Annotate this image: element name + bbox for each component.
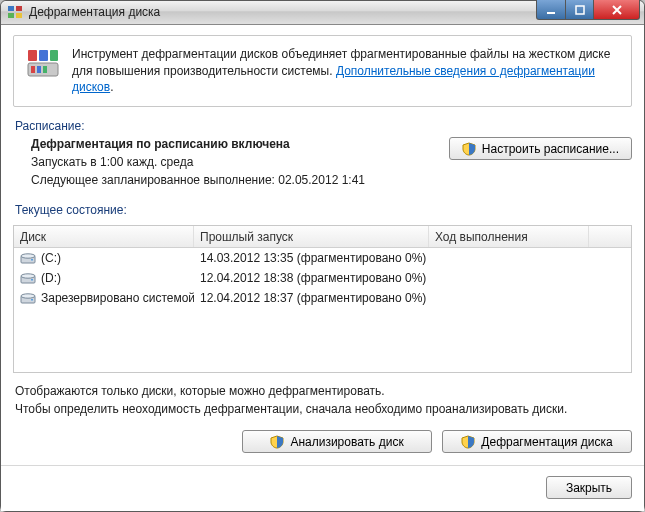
col-progress[interactable]: Ход выполнения xyxy=(429,226,589,247)
svg-rect-18 xyxy=(31,279,33,281)
schedule-run-at: Запускать в 1:00 кажд. среда xyxy=(31,155,441,169)
configure-schedule-label: Настроить расписание... xyxy=(482,142,619,156)
col-disk[interactable]: Диск xyxy=(14,226,194,247)
listview-header: Диск Прошлый запуск Ход выполнения xyxy=(14,226,631,248)
svg-point-17 xyxy=(21,274,35,278)
svg-rect-21 xyxy=(31,299,33,301)
defrag-icon xyxy=(26,46,60,80)
current-section-label: Текущее состояние: xyxy=(15,203,632,217)
hint-text: Отображаются только диски, которые можно… xyxy=(13,383,632,418)
app-icon xyxy=(7,4,23,20)
close-button-label: Закрыть xyxy=(566,481,612,495)
disk-name: (C:) xyxy=(41,251,61,265)
disk-name: Зарезервировано системой xyxy=(41,291,194,305)
client-area: Инструмент дефрагментации дисков объедин… xyxy=(1,25,644,511)
svg-rect-2 xyxy=(8,13,14,18)
configure-schedule-button[interactable]: Настроить расписание... xyxy=(449,137,632,160)
disk-last-run: 12.04.2012 18:37 (фрагментировано 0%) xyxy=(194,291,429,305)
hint-line-1: Отображаются только диски, которые можно… xyxy=(15,383,632,400)
window-title: Дефрагментация диска xyxy=(29,5,160,19)
schedule-next-run: Следующее запланированное выполнение: 02… xyxy=(31,173,441,187)
svg-rect-5 xyxy=(576,6,584,14)
disk-name: (D:) xyxy=(41,271,61,285)
analyze-disk-button[interactable]: Анализировать диск xyxy=(242,430,432,453)
disk-listview[interactable]: Диск Прошлый запуск Ход выполнения (C:) … xyxy=(13,225,632,373)
drive-icon xyxy=(20,291,36,305)
divider xyxy=(1,465,644,466)
svg-rect-12 xyxy=(43,66,47,73)
info-panel: Инструмент дефрагментации дисков объедин… xyxy=(13,35,632,107)
maximize-button[interactable] xyxy=(566,0,594,20)
svg-rect-7 xyxy=(39,50,48,61)
shield-icon xyxy=(461,435,475,449)
svg-rect-8 xyxy=(50,50,58,61)
svg-point-14 xyxy=(21,254,35,258)
svg-rect-0 xyxy=(8,6,14,11)
svg-rect-10 xyxy=(31,66,35,73)
close-button[interactable]: Закрыть xyxy=(546,476,632,499)
svg-rect-6 xyxy=(28,50,37,61)
col-spacer xyxy=(589,226,631,247)
table-row[interactable]: (C:) 14.03.2012 13:35 (фрагментировано 0… xyxy=(14,248,631,268)
svg-rect-3 xyxy=(16,13,22,18)
svg-rect-4 xyxy=(547,12,555,14)
drive-icon xyxy=(20,251,36,265)
disk-last-run: 14.03.2012 13:35 (фрагментировано 0%) xyxy=(194,251,429,265)
shield-icon xyxy=(462,142,476,156)
minimize-button[interactable] xyxy=(536,0,566,20)
svg-rect-1 xyxy=(16,6,22,11)
analyze-disk-label: Анализировать диск xyxy=(290,435,403,449)
info-text: Инструмент дефрагментации дисков объедин… xyxy=(72,46,619,96)
table-row[interactable]: (D:) 12.04.2012 18:38 (фрагментировано 0… xyxy=(14,268,631,288)
schedule-section-label: Расписание: xyxy=(15,119,632,133)
defragment-disk-label: Дефрагментация диска xyxy=(481,435,612,449)
disk-last-run: 12.04.2012 18:38 (фрагментировано 0%) xyxy=(194,271,429,285)
col-last-run[interactable]: Прошлый запуск xyxy=(194,226,429,247)
shield-icon xyxy=(270,435,284,449)
defragment-disk-button[interactable]: Дефрагментация диска xyxy=(442,430,632,453)
table-row[interactable]: Зарезервировано системой 12.04.2012 18:3… xyxy=(14,288,631,308)
svg-point-20 xyxy=(21,294,35,298)
close-window-button[interactable] xyxy=(594,0,640,20)
svg-rect-15 xyxy=(31,259,33,261)
svg-rect-11 xyxy=(37,66,41,73)
window-frame: Дефрагментация диска xyxy=(0,0,645,512)
drive-icon xyxy=(20,271,36,285)
schedule-status: Дефрагментация по расписанию включена xyxy=(31,137,441,151)
hint-line-2: Чтобы определить неоходимость дефрагмент… xyxy=(15,401,632,418)
title-bar[interactable]: Дефрагментация диска xyxy=(1,1,644,25)
